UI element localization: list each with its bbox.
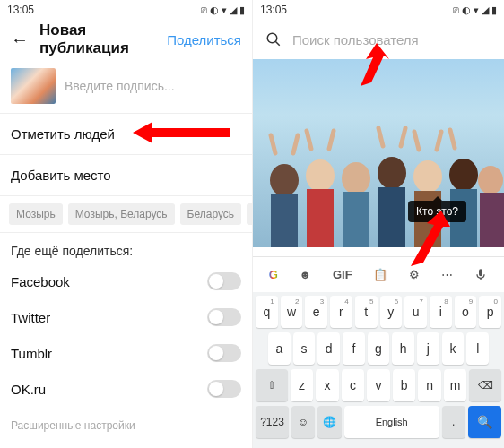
language-key[interactable]: 🌐: [317, 406, 341, 438]
chip[interactable]: Мозырь: [9, 203, 63, 225]
share-okru: OK.ru: [0, 371, 252, 407]
share-label: OK.ru: [11, 382, 46, 397]
key-m[interactable]: m: [444, 369, 467, 401]
status-icons: ⎚ ◐ ▾ ◢ ▮: [201, 4, 245, 16]
key-a[interactable]: a: [268, 332, 291, 365]
status-bar: 13:05 ⎚ ◐ ▾ ◢ ▮: [253, 0, 504, 20]
key-s[interactable]: s: [293, 332, 316, 365]
svg-point-13: [449, 159, 478, 191]
search-icon: [265, 31, 282, 47]
caption-input[interactable]: Введите подпись...: [65, 79, 241, 93]
status-icons: ⎚ ◐ ▾ ◢ ▮: [453, 4, 497, 16]
key-o[interactable]: o9: [455, 296, 477, 328]
vibrate-icon: ◐: [462, 4, 471, 16]
key-y[interactable]: y6: [380, 296, 403, 328]
photo-thumbnail[interactable]: [11, 68, 56, 104]
emoji-key[interactable]: ☺: [291, 406, 315, 438]
key-x[interactable]: x: [316, 369, 339, 401]
tag-people-row[interactable]: Отметить людей: [0, 114, 252, 155]
svg-rect-6: [307, 189, 334, 247]
search-key[interactable]: 🔍: [468, 406, 501, 438]
app-bar: ← Новая публикация Поделиться: [0, 20, 252, 59]
key-u[interactable]: u7: [404, 296, 427, 328]
key-t[interactable]: t5: [355, 296, 378, 328]
key-h[interactable]: h: [392, 332, 414, 365]
screen-tag-search: 13:05 ⎚ ◐ ▾ ◢ ▮ Поиск пользователя: [252, 0, 504, 448]
share-twitter: Twitter: [0, 299, 252, 335]
battery-icon: ▮: [491, 4, 497, 16]
shift-key[interactable]: ⇧: [256, 369, 288, 401]
svg-line-2: [275, 41, 280, 46]
battery-icon: ▮: [239, 4, 245, 16]
share-button[interactable]: Поделиться: [167, 32, 241, 47]
key-q[interactable]: q1: [256, 296, 278, 328]
svg-point-3: [270, 164, 299, 196]
backspace-key[interactable]: ⌫: [469, 369, 501, 401]
svg-point-9: [378, 157, 406, 189]
gif-button[interactable]: GIF: [333, 268, 352, 281]
wifi-icon: ▾: [474, 4, 479, 16]
key-r[interactable]: r4: [330, 296, 352, 328]
key-e[interactable]: e3: [305, 296, 327, 328]
chip[interactable]: Мозырь, Беларусь: [68, 203, 175, 225]
toggle-tumblr[interactable]: [207, 344, 241, 362]
key-j[interactable]: j: [417, 332, 439, 365]
add-location-row[interactable]: Добавить место: [0, 155, 252, 196]
key-p[interactable]: p0: [479, 296, 501, 328]
toggle-facebook[interactable]: [207, 272, 241, 290]
key-k[interactable]: k: [442, 332, 465, 365]
key-row-4: ?123 ☺ 🌐 English . 🔍: [256, 406, 501, 438]
key-i[interactable]: i8: [430, 296, 452, 328]
share-facebook: Facebook: [0, 263, 252, 299]
status-time: 13:05: [7, 4, 34, 16]
toggle-okru[interactable]: [207, 380, 241, 398]
key-w[interactable]: w2: [281, 296, 303, 328]
caption-row: Введите подпись...: [0, 59, 252, 114]
chip[interactable]: Беларусь: [180, 203, 241, 225]
key-f[interactable]: f: [343, 332, 365, 365]
people-illustration: [253, 126, 504, 247]
svg-point-15: [478, 166, 503, 194]
search-input[interactable]: Поиск пользователя: [292, 32, 419, 47]
mic-icon[interactable]: [474, 268, 488, 282]
key-g[interactable]: g: [368, 332, 390, 365]
key-b[interactable]: b: [393, 369, 416, 401]
svg-rect-16: [480, 193, 504, 247]
space-key[interactable]: English: [344, 406, 439, 438]
key-l[interactable]: l: [466, 332, 489, 365]
status-time: 13:05: [260, 4, 287, 16]
key-d[interactable]: d: [317, 332, 340, 365]
share-tumblr: Tumblr: [0, 335, 252, 371]
screen-new-post: 13:05 ⎚ ◐ ▾ ◢ ▮ ← Новая публикация Подел…: [0, 0, 252, 448]
sticker-icon[interactable]: ☻: [300, 268, 312, 281]
more-icon[interactable]: ⋯: [441, 268, 453, 281]
advanced-settings[interactable]: Расширенные настройки: [0, 407, 252, 444]
cast-icon: ⎚: [453, 4, 459, 15]
google-icon[interactable]: G: [269, 268, 278, 281]
period-key[interactable]: .: [442, 406, 465, 438]
location-chips: Мозырь Мозырь, Беларусь Беларусь Украина: [0, 196, 252, 233]
key-c[interactable]: c: [342, 369, 365, 401]
key-row-2: asdfghjkl: [256, 332, 501, 365]
svg-point-5: [306, 159, 335, 192]
photo-area[interactable]: Кто это?: [253, 59, 504, 247]
key-z[interactable]: z: [291, 369, 314, 401]
signal-icon: ◢: [482, 4, 489, 16]
toggle-twitter[interactable]: [207, 308, 241, 326]
svg-point-1: [267, 33, 277, 43]
share-label: Facebook: [11, 274, 70, 289]
page-title: Новая публикация: [39, 22, 156, 57]
key-n[interactable]: n: [418, 369, 441, 401]
settings-icon[interactable]: ⚙: [409, 268, 420, 281]
clipboard-icon[interactable]: 📋: [373, 268, 387, 281]
cast-icon: ⎚: [201, 4, 207, 15]
svg-point-7: [342, 162, 370, 194]
vibrate-icon: ◐: [210, 4, 219, 16]
share-section-label: Где ещё поделиться:: [0, 233, 252, 263]
key-v[interactable]: v: [367, 369, 390, 401]
tag-bubble[interactable]: Кто это?: [408, 201, 466, 222]
key-row-3: ⇧ zxcvbnm ⌫: [256, 369, 501, 401]
back-icon[interactable]: ←: [11, 30, 29, 50]
svg-rect-8: [343, 192, 369, 247]
symbols-key[interactable]: ?123: [256, 406, 289, 438]
